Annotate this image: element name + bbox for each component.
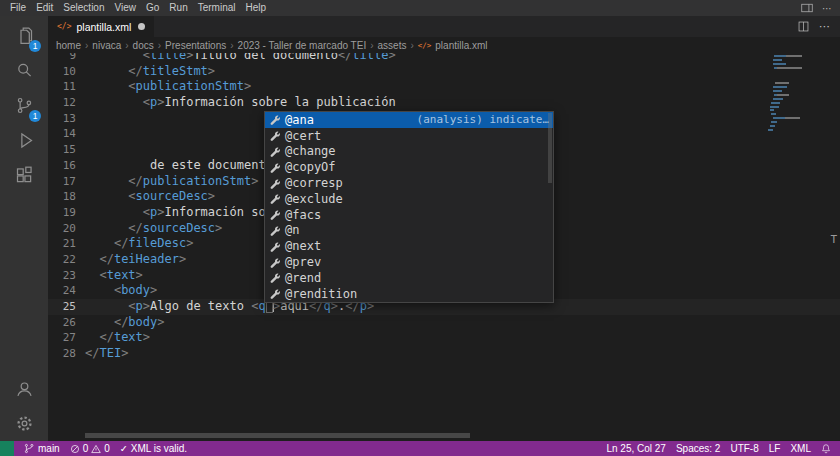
line-number[interactable]: 19 bbox=[48, 205, 85, 221]
code-line-11[interactable]: 11 <publicationStmt> bbox=[48, 79, 840, 95]
sidebar-item-extensions[interactable] bbox=[0, 158, 48, 193]
account-button[interactable] bbox=[0, 371, 48, 406]
line-number[interactable]: 10 bbox=[48, 64, 85, 80]
git-branch-item[interactable]: main bbox=[19, 443, 65, 454]
line-number[interactable]: 27 bbox=[48, 330, 85, 346]
menu-file[interactable]: File bbox=[5, 0, 31, 16]
eol-item[interactable]: LF bbox=[764, 443, 786, 454]
suggestion-label: @rend bbox=[285, 271, 321, 285]
line-number[interactable]: 26 bbox=[48, 315, 85, 331]
breadcrumb-item[interactable]: assets bbox=[378, 40, 407, 51]
line-number[interactable]: 18 bbox=[48, 189, 85, 205]
horizontal-scrollbar[interactable] bbox=[85, 433, 470, 438]
breadcrumb-item[interactable]: 2023 - Taller de marcado TEI bbox=[238, 40, 367, 51]
xml-file-icon: </> bbox=[57, 22, 71, 31]
editor-more-actions-icon[interactable]: ⋯ bbox=[819, 20, 830, 33]
suggestion-ana[interactable]: @ana(analysis) indicate… bbox=[265, 112, 553, 128]
notifications-bell[interactable] bbox=[816, 443, 836, 454]
code-line-28[interactable]: 28</TEI> bbox=[48, 346, 840, 362]
suggestion-n[interactable]: @n bbox=[265, 223, 553, 239]
suggestion-copyOf[interactable]: @copyOf bbox=[265, 159, 553, 175]
line-number[interactable]: 17 bbox=[48, 174, 85, 190]
suggestion-label: @prev bbox=[285, 255, 321, 269]
code-line-27[interactable]: 27 </text> bbox=[48, 330, 840, 346]
property-icon bbox=[269, 288, 280, 299]
suggestion-corresp[interactable]: @corresp bbox=[265, 175, 553, 191]
line-number[interactable]: 14 bbox=[48, 126, 85, 142]
suggestion-rend[interactable]: @rend bbox=[265, 270, 553, 286]
code-text: </teiHeader> bbox=[85, 252, 186, 268]
line-number[interactable]: 20 bbox=[48, 221, 85, 237]
breadcrumb-item[interactable]: nivaca bbox=[92, 40, 121, 51]
line-number[interactable]: 28 bbox=[48, 346, 85, 362]
code-line-12[interactable]: 12 <p>Información sobre la publicación bbox=[48, 95, 840, 111]
line-number[interactable]: 23 bbox=[48, 268, 85, 284]
suggest-list: @ana(analysis) indicate…@cert@change@cop… bbox=[265, 112, 553, 302]
suggestion-cert[interactable]: @cert bbox=[265, 128, 553, 144]
menu-selection[interactable]: Selection bbox=[58, 0, 109, 16]
warnings-count: 0 bbox=[104, 443, 110, 454]
code-line-9[interactable]: 9 <title>Título del documento</title> bbox=[48, 53, 840, 64]
tab-plantilla-xml[interactable]: </> plantilla.xml bbox=[48, 16, 154, 37]
menu-edit[interactable]: Edit bbox=[31, 0, 58, 16]
breadcrumb-item[interactable]: Presentations bbox=[165, 40, 226, 51]
property-icon bbox=[269, 162, 280, 173]
sidebar-item-explorer[interactable]: 1 bbox=[0, 18, 48, 53]
menu-run[interactable]: Run bbox=[164, 0, 192, 16]
breadcrumb-separator-icon: › bbox=[125, 40, 128, 51]
menu-help[interactable]: Help bbox=[241, 0, 272, 16]
code-line-10[interactable]: 10 </titleStmt> bbox=[48, 64, 840, 80]
remote-indicator[interactable] bbox=[0, 441, 14, 456]
code-text: </titleStmt> bbox=[85, 64, 215, 80]
line-number[interactable]: 9 bbox=[48, 53, 85, 64]
suggestion-facs[interactable]: @facs bbox=[265, 207, 553, 223]
line-number[interactable]: 24 bbox=[48, 283, 85, 299]
settings-button[interactable] bbox=[0, 406, 48, 441]
cursor-position-item[interactable]: Ln 25, Col 27 bbox=[601, 443, 671, 454]
suggestion-change[interactable]: @change bbox=[265, 144, 553, 160]
modified-indicator[interactable] bbox=[138, 23, 145, 30]
run-debug-icon bbox=[14, 130, 35, 151]
language-mode-item[interactable]: XML bbox=[785, 443, 816, 454]
split-editor-icon[interactable] bbox=[798, 21, 809, 32]
activity-bar: 1 1 bbox=[0, 16, 48, 441]
line-number[interactable]: 25 bbox=[48, 299, 85, 315]
indentation-item[interactable]: Spaces: 2 bbox=[671, 443, 725, 454]
suggestion-rendition[interactable]: @rendition bbox=[265, 286, 553, 302]
line-number[interactable]: 21 bbox=[48, 236, 85, 252]
line-number[interactable]: 16 bbox=[48, 158, 85, 174]
menu-view[interactable]: View bbox=[110, 0, 142, 16]
line-number[interactable]: 13 bbox=[48, 111, 85, 127]
vscode-window: FileEditSelectionViewGoRunTerminalHelp ⋯… bbox=[0, 0, 840, 456]
menu-terminal[interactable]: Terminal bbox=[193, 0, 241, 16]
line-number[interactable]: 11 bbox=[48, 79, 85, 95]
layout-toggle-icon[interactable] bbox=[801, 3, 813, 13]
minimap[interactable] bbox=[768, 55, 804, 133]
encoding-item[interactable]: UTF-8 bbox=[725, 443, 763, 454]
menu-bar: FileEditSelectionViewGoRunTerminalHelp bbox=[0, 0, 271, 16]
breadcrumb-item[interactable]: home bbox=[56, 40, 81, 51]
suggestion-prev[interactable]: @prev bbox=[265, 254, 553, 270]
more-actions-icon[interactable]: ⋯ bbox=[822, 3, 832, 14]
code-text: </fileDesc> bbox=[85, 236, 193, 252]
problems-item[interactable]: 0 0 bbox=[65, 443, 115, 454]
line-number[interactable]: 22 bbox=[48, 252, 85, 268]
code-text: </TEI> bbox=[85, 346, 128, 362]
breadcrumb-item[interactable]: plantilla.xml bbox=[435, 40, 487, 51]
editor[interactable]: 9 <title>Título del documento</title>10 … bbox=[48, 53, 840, 441]
suggestion-label: @exclude bbox=[285, 192, 343, 206]
sidebar-item-source-control[interactable]: 1 bbox=[0, 88, 48, 123]
sidebar-item-search[interactable] bbox=[0, 53, 48, 88]
suggestion-next[interactable]: @next bbox=[265, 238, 553, 254]
xml-validation-item[interactable]: ✓ XML is valid. bbox=[115, 443, 192, 454]
suggest-scrollbar[interactable] bbox=[548, 113, 552, 183]
property-icon bbox=[269, 225, 280, 236]
code-line-26[interactable]: 26 </body> bbox=[48, 315, 840, 331]
line-number[interactable]: 15 bbox=[48, 142, 85, 158]
menu-go[interactable]: Go bbox=[141, 0, 164, 16]
sidebar-item-run-debug[interactable] bbox=[0, 123, 48, 158]
line-number[interactable]: 12 bbox=[48, 95, 85, 111]
branch-icon bbox=[24, 443, 35, 454]
breadcrumb-item[interactable]: docs bbox=[133, 40, 154, 51]
suggestion-exclude[interactable]: @exclude bbox=[265, 191, 553, 207]
